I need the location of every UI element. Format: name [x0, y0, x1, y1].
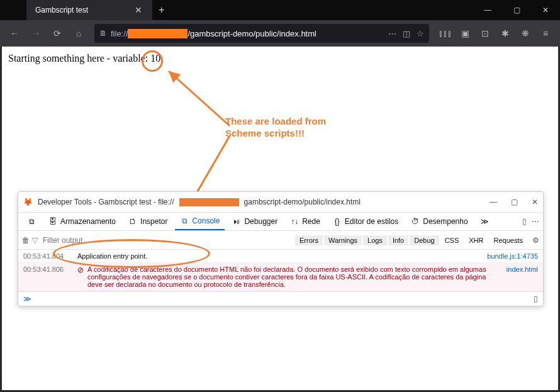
devtools-title-prefix: Developer Tools - Gambscript test - file… [38, 198, 174, 206]
new-tab-button[interactable]: + [152, 4, 171, 16]
toolbar-right: ⫿⫿⫿ ▣ ⊡ ✱ ❋ ≡ [435, 24, 555, 43]
devtools-maximize[interactable]: ▢ [511, 198, 518, 206]
tab-network[interactable]: ↑↓Rede [285, 213, 325, 230]
log-message: Application entry point. [77, 252, 487, 260]
maximize-button[interactable]: ▢ [502, 0, 531, 20]
account-icon[interactable]: ⊡ [476, 24, 495, 43]
home-button[interactable]: ⌂ [69, 24, 88, 43]
ext2-icon[interactable]: ❋ [516, 24, 535, 43]
chip-requests[interactable]: Requests [490, 235, 527, 245]
file-icon: 🗎 [99, 29, 107, 38]
devtools-close[interactable]: ✕ [532, 198, 538, 206]
annotation-text: These are loaded from Scheme scripts!!! [225, 116, 326, 140]
reload-button[interactable]: ⟳ [48, 24, 67, 43]
split-console-icon[interactable]: ▯ [534, 294, 538, 303]
devtools-title-suffix: gambscript-demo/public/index.html [244, 198, 361, 206]
log-message: A codificação de caracteres do documento… [87, 266, 507, 288]
bookmark-star-icon[interactable]: ☆ [417, 29, 424, 38]
devtools-inspect-icon[interactable]: ⧉ [22, 213, 41, 230]
chip-warnings[interactable]: Warnings [324, 235, 362, 245]
library-icon[interactable]: ⫿⫿⫿ [435, 24, 454, 43]
url-bar[interactable]: 🗎 file:// /gambscript-demo/public/index.… [94, 24, 429, 43]
chip-errors[interactable]: Errors [295, 235, 323, 245]
chip-css[interactable]: CSS [440, 235, 464, 245]
devtools-titlebar[interactable]: 🦊 Developer Tools - Gambscript test - fi… [18, 192, 543, 212]
console-prompt[interactable]: ≫ ▯ [18, 291, 543, 306]
chip-xhr[interactable]: XHR [464, 235, 488, 245]
tab-inspector[interactable]: 🗋Inspetor [123, 213, 172, 230]
chip-info[interactable]: Info [388, 235, 408, 245]
forward-button[interactable]: → [26, 24, 45, 43]
tabs-overflow[interactable]: ≫ [476, 213, 494, 230]
console-filter-input[interactable] [43, 236, 219, 245]
warning-icon: ⊘ [77, 266, 84, 274]
back-button[interactable]: ← [5, 24, 24, 43]
log-source-link[interactable]: index.html [507, 266, 538, 273]
log-source-link[interactable]: bundle.js:1:4735 [487, 252, 538, 260]
url-path: /gambscript-demo/public/index.html [188, 29, 316, 38]
annotation-line-1: These are loaded from [225, 116, 326, 128]
console-row: 00:53:41.804 Application entry point. bu… [18, 250, 543, 263]
reader-icon[interactable]: ◫ [403, 29, 410, 38]
url-protocol: file:// [111, 29, 128, 38]
console-settings-icon[interactable]: ⚙ [532, 236, 539, 245]
page-body-text: Starting something here - variable: 10 [2, 47, 558, 70]
ext1-icon[interactable]: ✱ [496, 24, 515, 43]
devtools-app-icon: 🦊 [23, 198, 33, 206]
filter-icon: ▽ [32, 236, 38, 245]
devtools-window: 🦊 Developer Tools - Gambscript test - fi… [18, 191, 544, 306]
tab-console[interactable]: ⧉Console [175, 213, 225, 230]
annotation-line-2: Scheme scripts!!! [225, 128, 326, 140]
navbar: ← → ⟳ ⌂ 🗎 file:// /gambscript-demo/publi… [0, 20, 560, 47]
devtools-more-icon[interactable]: ⋯ [532, 217, 539, 226]
console-row: 00:53:41.806 ⊘ A codificação de caracter… [18, 263, 543, 291]
devtools-minimize[interactable]: — [490, 198, 497, 206]
tab-storage[interactable]: 🗄Armazenamento [43, 213, 121, 230]
sidebar-icon[interactable]: ▣ [456, 24, 474, 43]
page-actions-icon[interactable]: ⋯ [388, 29, 396, 38]
tab-style-editor[interactable]: {}Editor de estilos [328, 213, 403, 230]
minimize-button[interactable]: — [473, 0, 502, 20]
tab-title: Gambscript test [35, 6, 131, 14]
devtools-tabs: ⧉ 🗄Armazenamento 🗋Inspetor ⧉Console ⏯Deb… [18, 212, 543, 231]
window-controls: — ▢ ✕ [473, 0, 560, 20]
chip-debug[interactable]: Debug [410, 235, 439, 245]
clear-console-icon[interactable]: 🗑 [22, 236, 30, 245]
log-timestamp: 00:53:41.804 [23, 252, 77, 260]
redacted-url-segment [128, 29, 188, 38]
menu-icon[interactable]: ≡ [536, 24, 555, 43]
browser-tab[interactable]: Gambscript test ✕ [26, 0, 152, 20]
tab-debugger[interactable]: ⏯Debugger [227, 213, 283, 230]
devtools-dock-icon[interactable]: ▯ [522, 217, 527, 226]
redacted-devtools-path [179, 198, 239, 206]
close-tab-icon[interactable]: ✕ [131, 5, 146, 15]
close-window-button[interactable]: ✕ [531, 0, 560, 20]
chip-logs[interactable]: Logs [363, 235, 387, 245]
titlebar: Gambscript test ✕ + — ▢ ✕ [0, 0, 560, 20]
prompt-chevron-icon: ≫ [23, 294, 31, 303]
log-timestamp: 00:53:41.806 [23, 266, 77, 273]
console-filter-bar: 🗑 ▽ Errors Warnings Logs Info Debug CSS … [18, 231, 543, 250]
tab-performance[interactable]: ⏱Desempenho [406, 213, 473, 230]
